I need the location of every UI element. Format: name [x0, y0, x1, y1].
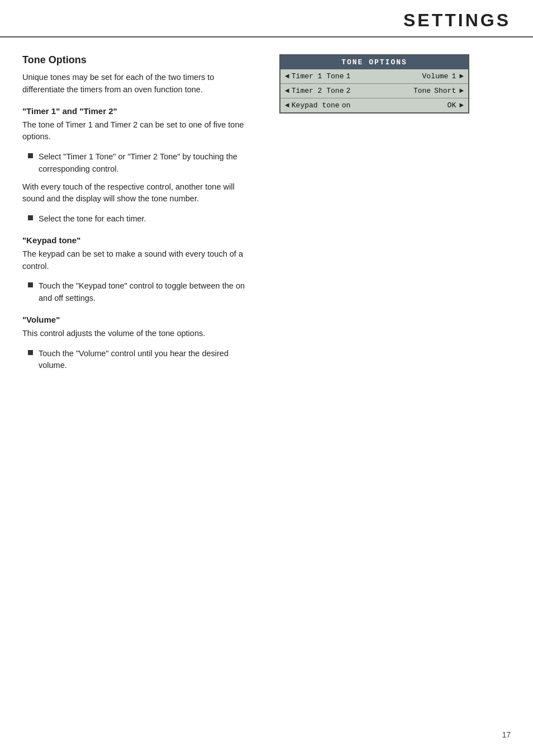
subsection-timer1-timer2: "Timer 1" and "Timer 2" The tone of Time…	[22, 106, 257, 176]
volume-title: "Volume"	[22, 315, 257, 324]
volume-value: 1	[451, 72, 456, 81]
bullet-item: Select the tone for each timer.	[22, 213, 257, 225]
tone-label: Tone	[413, 87, 431, 95]
timer2-tone-label: Timer 2 Tone	[292, 87, 344, 95]
bullet-icon	[28, 282, 33, 287]
timer1-tone-label: Timer 1 Tone	[292, 72, 344, 81]
subsection-between-touch: With every touch of the respective contr…	[22, 181, 257, 225]
bullet-text: Select "Timer 1 Tone" or "Timer 2 Tone" …	[39, 151, 257, 176]
subsection-volume: "Volume" This control adjusts the volume…	[22, 315, 257, 372]
bullet-item: Touch the "Volume" control until you hea…	[22, 348, 257, 372]
left-column: Tone Options Unique tones may be set for…	[22, 54, 257, 377]
volume-label: Volume	[422, 72, 449, 81]
keypad-tone-title: "Keypad tone"	[22, 235, 257, 245]
subsection-keypad-tone: "Keypad tone" The keypad can be set to m…	[22, 235, 257, 305]
display-panel: TONE OPTIONS ◄ Timer 1 Tone 1 Volume 1 ►…	[279, 54, 469, 114]
arrow-left-icon-timer2: ◄	[285, 87, 289, 95]
display-row-timer1[interactable]: ◄ Timer 1 Tone 1 Volume 1 ►	[280, 69, 468, 84]
page-title: SETTINGS	[403, 10, 511, 31]
display-row-label-timer2: ◄ Timer 2 Tone 2	[285, 87, 358, 95]
display-row-label-timer1: ◄ Timer 1 Tone 1	[285, 72, 358, 81]
arrow-right-icon-timer2: ►	[459, 87, 464, 95]
display-panel-header: TONE OPTIONS	[280, 55, 468, 69]
display-row-right-timer1: Volume 1 ►	[422, 72, 464, 81]
bullet-text: Select the tone for each timer.	[39, 213, 146, 225]
volume-paragraph: This control adjusts the volume of the t…	[22, 328, 257, 340]
display-row-timer2[interactable]: ◄ Timer 2 Tone 2 Tone Short ►	[280, 84, 468, 98]
arrow-right-icon-keypad: ►	[459, 101, 464, 110]
page-content: Tone Options Unique tones may be set for…	[0, 37, 533, 394]
display-row-right-keypad: OK ►	[444, 101, 464, 110]
arrow-right-icon-timer1: ►	[459, 72, 464, 81]
page-header: SETTINGS	[0, 0, 533, 37]
subsection-timer-paragraph: The tone of Timer 1 and Timer 2 can be s…	[22, 119, 257, 144]
bullet-item: Touch the "Keypad tone" control to toggl…	[22, 280, 257, 305]
bullet-icon	[28, 215, 33, 220]
tone-value: Short	[434, 87, 456, 95]
keypad-tone-label: Keypad tone	[292, 101, 340, 110]
timer2-tone-value: 2	[346, 87, 350, 95]
arrow-left-icon-keypad: ◄	[285, 101, 289, 110]
bullet-text: Touch the "Volume" control until you hea…	[39, 348, 257, 372]
between-touch-paragraph: With every touch of the respective contr…	[22, 181, 257, 206]
intro-paragraph: Unique tones may be set for each of the …	[22, 72, 257, 96]
section-title: Tone Options	[22, 54, 257, 66]
keypad-tone-paragraph: The keypad can be set to make a sound wi…	[22, 248, 257, 273]
page-number: 17	[502, 730, 511, 739]
display-row-right-timer2: Tone Short ►	[413, 87, 464, 95]
keypad-tone-value: on	[342, 101, 351, 110]
bullet-icon	[28, 153, 33, 158]
display-row-label-keypad: ◄ Keypad tone on	[285, 101, 358, 110]
right-column: TONE OPTIONS ◄ Timer 1 Tone 1 Volume 1 ►…	[279, 54, 469, 377]
bullet-text: Touch the "Keypad tone" control to toggl…	[39, 280, 257, 305]
ok-value: OK	[448, 101, 456, 110]
arrow-left-icon-timer1: ◄	[285, 72, 289, 81]
bullet-icon	[28, 350, 33, 355]
timer1-tone-value: 1	[346, 72, 350, 81]
display-row-keypad[interactable]: ◄ Keypad tone on OK ►	[280, 98, 468, 112]
subsection-timer-title: "Timer 1" and "Timer 2"	[22, 106, 257, 116]
bullet-item: Select "Timer 1 Tone" or "Timer 2 Tone" …	[22, 151, 257, 176]
